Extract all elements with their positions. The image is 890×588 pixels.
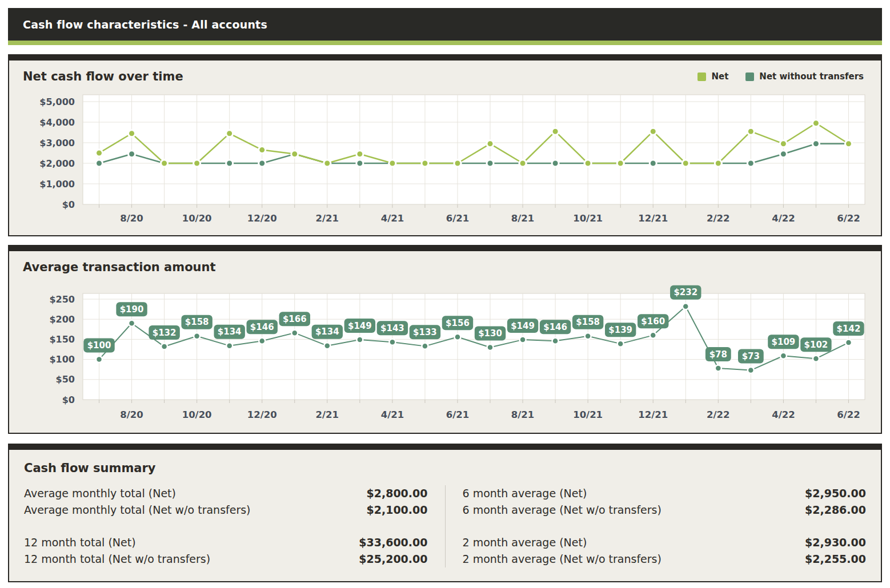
svg-text:6/21: 6/21 [446,409,469,420]
svg-text:$149: $149 [348,321,372,331]
header-accent-strip [8,41,882,45]
summary-label: 2 month average (Net w/o transfers) [463,551,662,567]
svg-text:2/22: 2/22 [707,213,729,224]
legend-label-net-without-transfers: Net without transfers [759,71,864,82]
net-without-transfers-series-swatch-icon [745,73,754,81]
svg-text:12/21: 12/21 [638,213,668,224]
summary-title: Cash flow summary [24,461,866,475]
svg-text:6/22: 6/22 [837,213,860,224]
svg-text:10/20: 10/20 [182,409,212,420]
summary-value: $2,255.00 [805,551,866,567]
svg-text:$134: $134 [218,327,242,337]
summary-row: 12 month total (Net) $33,600.00 [24,534,428,551]
summary-label: 6 month average (Net) [463,485,587,502]
svg-text:$149: $149 [511,321,535,331]
summary-label: 6 month average (Net w/o transfers) [463,502,662,518]
svg-text:$78: $78 [709,349,727,360]
svg-text:$158: $158 [576,317,600,327]
svg-text:$100: $100 [49,354,75,365]
summary-left-column: Average monthly total (Net) $2,800.00 Av… [24,485,445,567]
svg-text:$132: $132 [153,328,177,338]
svg-text:12/20: 12/20 [247,213,277,224]
svg-text:8/20: 8/20 [120,409,143,420]
svg-text:2/21: 2/21 [316,409,339,420]
svg-text:$5,000: $5,000 [39,96,75,107]
summary-label: 2 month average (Net) [463,534,587,551]
summary-label: 12 month total (Net w/o transfers) [24,551,210,567]
legend-item-net-without-transfers: Net without transfers [745,71,864,82]
svg-text:$142: $142 [837,324,861,334]
summary-label: Average monthly total (Net w/o transfers… [24,502,251,518]
svg-text:$109: $109 [772,337,796,347]
svg-text:$150: $150 [49,334,75,345]
svg-text:$166: $166 [283,314,307,324]
svg-text:$156: $156 [446,318,470,328]
svg-text:$133: $133 [413,327,437,337]
svg-text:$1,000: $1,000 [39,179,75,190]
svg-text:$0: $0 [62,394,75,405]
summary-right-column: 6 month average (Net) $2,950.00 6 month … [446,485,867,567]
svg-text:$0: $0 [62,199,75,210]
summary-value: $33,600.00 [359,534,427,551]
svg-text:2/21: 2/21 [316,213,339,224]
average-transaction-title: Average transaction amount [23,260,216,274]
svg-text:$102: $102 [804,340,828,350]
svg-text:2/22: 2/22 [707,409,729,420]
svg-text:$160: $160 [641,316,665,327]
svg-text:$2,000: $2,000 [39,158,75,169]
summary-value: $2,100.00 [367,502,428,518]
net-cash-flow-chart: $0$1,000$2,000$3,000$4,000$5,0008/2010/2… [23,91,867,228]
svg-text:$130: $130 [478,328,502,339]
svg-text:10/20: 10/20 [182,213,212,224]
svg-text:4/22: 4/22 [772,409,795,420]
summary-row: 12 month total (Net w/o transfers) $25,2… [24,551,428,567]
summary-value: $2,950.00 [805,485,866,502]
summary-label: 12 month total (Net) [24,534,136,551]
legend-item-net: Net [697,71,728,82]
svg-text:12/20: 12/20 [247,409,277,420]
svg-text:4/21: 4/21 [381,213,404,224]
svg-text:8/20: 8/20 [120,213,143,224]
svg-text:$158: $158 [185,317,209,327]
svg-text:$143: $143 [380,323,404,333]
svg-text:$100: $100 [87,340,111,351]
svg-text:6/22: 6/22 [837,409,860,420]
svg-text:$139: $139 [608,325,632,335]
summary-value: $25,200.00 [359,551,427,567]
summary-row: Average monthly total (Net) $2,800.00 [24,485,428,502]
svg-text:$4,000: $4,000 [39,117,75,128]
average-transaction-panel: Average transaction amount $0$50$100$150… [8,245,882,434]
summary-row: 2 month average (Net w/o transfers) $2,2… [463,551,867,567]
report-title: Cash flow characteristics - All accounts [23,18,267,31]
svg-text:$50: $50 [56,374,75,385]
summary-row: 6 month average (Net) $2,950.00 [463,485,867,502]
svg-text:4/21: 4/21 [381,409,404,420]
summary-value: $2,800.00 [367,485,428,502]
svg-text:8/21: 8/21 [511,409,534,420]
svg-text:12/21: 12/21 [638,409,668,420]
chart-legend: Net Net without transfers [697,71,867,82]
svg-text:$134: $134 [315,327,339,337]
svg-text:$73: $73 [742,351,760,361]
svg-text:$190: $190 [120,304,144,315]
summary-row: 6 month average (Net w/o transfers) $2,2… [463,502,867,518]
svg-text:6/21: 6/21 [446,213,469,224]
legend-label-net: Net [711,71,728,82]
net-series-swatch-icon [697,73,706,81]
svg-text:$250: $250 [49,294,75,305]
summary-label: Average monthly total (Net) [24,485,176,502]
svg-text:$200: $200 [49,314,75,325]
svg-text:$146: $146 [250,322,274,332]
svg-text:8/21: 8/21 [511,213,534,224]
net-cash-flow-panel: Net cash flow over time Net Net without … [8,54,882,236]
average-transaction-chart: $0$50$100$150$200$2508/2010/2012/202/214… [23,282,867,427]
svg-text:$232: $232 [673,287,697,297]
report-header: Cash flow characteristics - All accounts [8,8,882,41]
svg-text:$3,000: $3,000 [39,138,75,148]
svg-text:10/21: 10/21 [573,409,603,420]
svg-text:10/21: 10/21 [573,213,603,224]
svg-text:4/22: 4/22 [772,213,795,224]
cash-flow-summary-panel: Cash flow summary Average monthly total … [8,444,882,582]
summary-value: $2,930.00 [805,534,866,551]
net-cash-flow-title: Net cash flow over time [23,70,183,83]
